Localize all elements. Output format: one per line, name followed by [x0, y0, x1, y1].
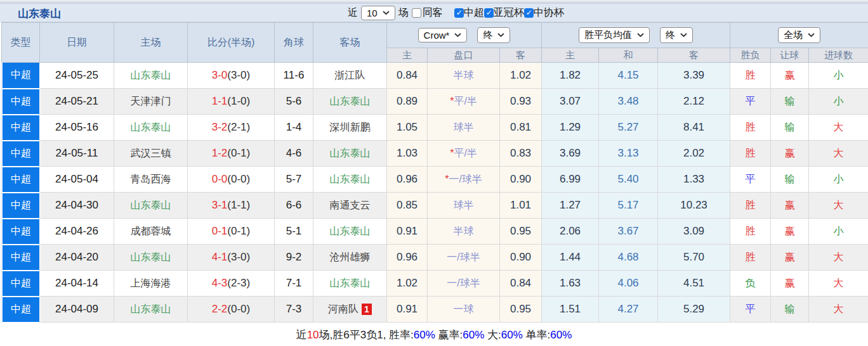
- summary-text: 场,胜6平3负1, 胜率:: [319, 328, 414, 342]
- away-team[interactable]: 沧州雄狮: [313, 245, 387, 271]
- ah-away-odds: 1.02: [500, 63, 542, 89]
- odds-away: 1.33: [658, 167, 730, 193]
- odds-home: 1.51: [542, 297, 599, 323]
- ah-home-odds: 0.84: [387, 63, 428, 89]
- home-team[interactable]: 成都蓉城: [114, 219, 188, 245]
- corner-cell: 11-6: [275, 63, 313, 89]
- goals-result-cell: 小: [809, 63, 868, 89]
- result-cell: 平: [730, 167, 771, 193]
- odds-home: 1.82: [542, 63, 599, 89]
- match-date: 24-05-21: [40, 89, 114, 115]
- goals-result-cell: 小: [809, 167, 868, 193]
- subcol-ah-home: 主: [387, 48, 428, 63]
- scope-select[interactable]: 全场: [778, 27, 820, 43]
- league-badge: 中超: [2, 297, 40, 323]
- home-team[interactable]: 武汉三镇: [114, 141, 188, 167]
- match-date: 24-04-14: [40, 271, 114, 297]
- away-team[interactable]: 浙江队: [313, 63, 387, 89]
- checkbox-same-venue[interactable]: [412, 8, 421, 18]
- odds-draw: 5.40: [599, 167, 658, 193]
- home-team[interactable]: 山东泰山: [114, 297, 188, 323]
- match-history-table: 类型 日期 主场 比分(半场) 角球 客场 Crow* 终: [1, 22, 868, 323]
- handicap-result-cell: 赢: [771, 63, 809, 89]
- handicap-time-select[interactable]: 终: [477, 27, 510, 43]
- home-team[interactable]: 山东泰山: [114, 115, 188, 141]
- odds-type-select[interactable]: 胜平负均值: [579, 27, 650, 43]
- match-count-select[interactable]: 10: [361, 6, 395, 20]
- odds-draw: 5.17: [599, 193, 658, 219]
- corner-cell: 4-6: [275, 141, 313, 167]
- away-team[interactable]: 山东泰山: [313, 89, 387, 115]
- result-cell: 胜: [730, 63, 771, 89]
- chevron-down-icon: [454, 33, 461, 37]
- checkbox-acl[interactable]: [484, 8, 494, 18]
- col-header-score: 比分(半场): [188, 23, 275, 63]
- ah-line: *平/半: [428, 89, 500, 115]
- ah-line: 一/球半: [428, 245, 500, 271]
- home-team[interactable]: 天津津门: [114, 89, 188, 115]
- away-team[interactable]: 南通支云: [313, 193, 387, 219]
- bookmaker-select[interactable]: Crow*: [418, 28, 468, 42]
- ah-away-odds: 1.01: [500, 193, 542, 219]
- handicap-win-rate-value: 60%: [463, 329, 484, 342]
- league-badge: 中超: [2, 89, 40, 115]
- goals-result-cell: 大: [809, 271, 868, 297]
- away-team[interactable]: 山东泰山: [313, 167, 387, 193]
- summary-bar: 近 10 场,胜6平3负1, 胜率: 60% 赢率: 60% 大: 60% 单率…: [0, 323, 868, 346]
- odds-home: 1.44: [542, 245, 599, 271]
- away-team[interactable]: 山东泰山: [313, 219, 387, 245]
- league-badge: 中超: [2, 63, 40, 89]
- corner-cell: 5-6: [275, 89, 313, 115]
- checkbox-csl[interactable]: [454, 8, 464, 18]
- away-team[interactable]: 深圳新鹏: [313, 115, 387, 141]
- odds-away: 3.09: [658, 219, 730, 245]
- odd-rate-value: 60%: [550, 329, 572, 342]
- odds-away: 5.70: [658, 245, 730, 271]
- summary-text: 单率:: [523, 328, 550, 342]
- filter-label-same-venue[interactable]: 同客: [423, 6, 443, 20]
- odds-home: 3.69: [542, 141, 599, 167]
- result-cell: 负: [730, 271, 771, 297]
- summary-text: 近: [296, 328, 307, 342]
- away-team[interactable]: 河南队1: [313, 297, 387, 323]
- away-team[interactable]: 山东泰山: [313, 271, 387, 297]
- ah-line: 球半: [428, 115, 500, 141]
- table-row: 中超 24-05-04 青岛西海 0-0(0-0) 5-7 山东泰山 0.96 …: [2, 167, 868, 193]
- handicap-result-cell: 赢: [771, 245, 809, 271]
- ah-home-odds: 0.85: [387, 193, 428, 219]
- filter-label-csl[interactable]: 中超: [464, 6, 484, 20]
- chevron-down-icon: [808, 33, 815, 37]
- goals-result-cell: 小: [809, 89, 868, 115]
- home-team[interactable]: 上海海港: [114, 271, 188, 297]
- home-team[interactable]: 山东泰山: [114, 63, 188, 89]
- chevron-down-icon: [497, 33, 504, 37]
- filter-label-cfa-cup[interactable]: 中协杯: [534, 6, 564, 20]
- col-header-home: 主场: [114, 23, 188, 63]
- table-row: 中超 24-05-21 天津津门 1-1(1-0) 5-6 山东泰山 0.89 …: [2, 89, 868, 115]
- ah-away-odds: 0.90: [500, 245, 542, 271]
- page-title: 山东泰山: [18, 6, 61, 21]
- odds-away: 2.02: [658, 141, 730, 167]
- odds-draw: 4.06: [599, 271, 658, 297]
- match-date: 24-05-04: [40, 167, 114, 193]
- odds-draw: 4.68: [599, 245, 658, 271]
- filter-label-acl[interactable]: 亚冠杯: [494, 6, 524, 20]
- result-cell: 平: [730, 297, 771, 323]
- table-row: 中超 24-04-26 成都蓉城 0-1(0-1) 5-1 山东泰山 0.91 …: [2, 219, 868, 245]
- score-cell: 3-0(3-0): [188, 63, 275, 89]
- home-team[interactable]: 山东泰山: [114, 193, 188, 219]
- away-team[interactable]: 山东泰山: [313, 141, 387, 167]
- checkbox-cfa-cup[interactable]: [524, 8, 534, 18]
- league-badge: 中超: [2, 271, 40, 297]
- table-row: 中超 24-05-25 山东泰山 3-0(3-0) 11-6 浙江队 0.84 …: [2, 63, 868, 89]
- table-row: 中超 24-04-09 山东泰山 2-2(0-0) 7-3 河南队1 0.91 …: [2, 297, 868, 323]
- odds-draw: 4.27: [599, 297, 658, 323]
- handicap-result-cell: 赢: [771, 141, 809, 167]
- col-header-date: 日期: [40, 23, 114, 63]
- ah-line: 一/球半: [428, 271, 500, 297]
- subcol-ah-away: 客: [500, 48, 542, 63]
- score-cell: 1-1(1-0): [188, 89, 275, 115]
- home-team[interactable]: 山东泰山: [114, 245, 188, 271]
- home-team[interactable]: 青岛西海: [114, 167, 188, 193]
- odds-time-select[interactable]: 终: [660, 27, 693, 43]
